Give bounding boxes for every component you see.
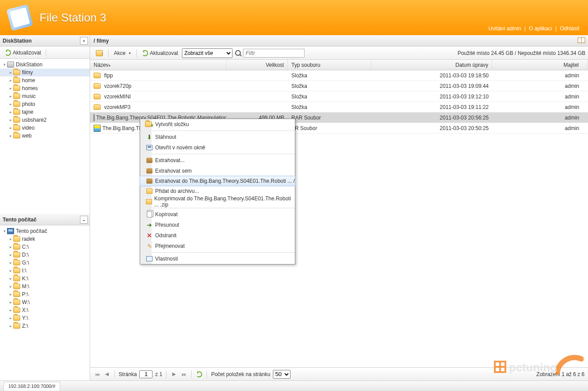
folder-icon [13, 252, 20, 257]
ctx-item[interactable]: Extrahovat do The.Big.Bang.Theory.S04E01… [140, 176, 295, 186]
about-link[interactable]: O aplikaci [529, 25, 552, 32]
tree-item-usbshare2[interactable]: usbshare2 [0, 116, 90, 124]
archive-icon [144, 188, 155, 194]
ctx-item[interactable]: ✎Přejmenovat [140, 241, 295, 251]
tree-item-filmy[interactable]: filmy [0, 69, 90, 76]
col-header-name[interactable]: Název [90, 60, 226, 70]
ctx-item[interactable]: Vlastnosti [140, 253, 295, 264]
app-header: File Station 3 Uvítání admin | O aplikac… [0, 0, 588, 35]
tree-item-video[interactable]: video [0, 124, 90, 132]
status-bar: 192.168.2.100:7000/# [0, 380, 588, 391]
archive-icon [144, 199, 154, 204]
folder-icon [13, 94, 20, 99]
last-page-button[interactable]: ⏭ [180, 371, 187, 378]
tree-item[interactable]: C:\ [0, 243, 90, 251]
status-address: 192.168.2.100:7000/# [4, 382, 60, 391]
folder-up-icon [96, 50, 103, 56]
grid-header: Název Velikost Typ souboru Datum úpravy … [90, 60, 588, 70]
ctx-item[interactable]: ⬇Stáhnout [140, 132, 295, 142]
folder-icon [13, 101, 20, 107]
ctx-item[interactable]: Otevřít v novém okně [140, 142, 295, 153]
folder-icon [13, 236, 20, 242]
tree-item[interactable]: G:\ [0, 259, 90, 267]
ctx-item[interactable]: Komprimovat do The.Big.Bang.Theory.S04E0… [140, 196, 295, 207]
current-path: / filmy [94, 38, 109, 44]
tree-item-home[interactable]: home [0, 76, 90, 84]
col-header-type[interactable]: Typ souboru [288, 60, 371, 70]
prev-page-button[interactable]: ◀ [103, 371, 110, 378]
main-toolbar: Akce Aktualizovat Zobrazit vše Použité m… [90, 47, 588, 60]
tree-item-tajne[interactable]: tajne [0, 108, 90, 116]
ctx-item[interactable]: Přidat do archivu... [140, 186, 295, 196]
extract-icon [144, 158, 155, 163]
refresh-icon [5, 50, 11, 56]
next-page-button[interactable]: ▶ [171, 371, 178, 378]
tree-item[interactable]: M:\ [0, 282, 90, 290]
book-icon[interactable] [577, 37, 585, 44]
col-header-date[interactable]: Datum úpravy [371, 60, 492, 70]
extract-icon [144, 168, 155, 174]
ctx-item[interactable]: +Vytvořit složku [140, 119, 295, 130]
actions-menu-button[interactable]: Akce [111, 49, 134, 58]
tree-item-music[interactable]: music [0, 92, 90, 100]
tree-root-computer[interactable]: Tento počítač [0, 227, 90, 235]
sidebar-tree-diskstation[interactable]: DiskStationfilmyhomehomesmusicphototajne… [0, 59, 90, 214]
tree-item-homes[interactable]: homes [0, 84, 90, 92]
extract-icon [144, 178, 155, 184]
welcome-link[interactable]: Uvítání admin [489, 25, 521, 32]
col-header-owner[interactable]: Majitel [492, 60, 588, 70]
toolbar-refresh-button[interactable]: Aktualizovat [139, 49, 181, 58]
page-size-select[interactable]: 50 [273, 370, 290, 379]
folder-icon [13, 125, 20, 130]
logout-link[interactable]: Odhlásit [560, 25, 579, 32]
table-row[interactable]: vzorekMP3Složka2011-03-03 19:11:22admin [90, 102, 588, 112]
sidebar-tree-computer[interactable]: Tento počítačradekC:\D:\G:\I:\K:\M:\P:\W… [0, 225, 90, 380]
collapse-bottom-button[interactable]: ⌄ [80, 216, 88, 224]
table-row[interactable]: vzorekMINISložka2011-03-03 19:12:10admin [90, 91, 588, 102]
per-page-label: Počet položek na stránku [211, 371, 270, 377]
context-menu[interactable]: +Vytvořit složku⬇StáhnoutOtevřít v novém… [140, 119, 295, 264]
ctx-item[interactable]: Extrahovat... [140, 155, 295, 166]
folder-icon [94, 105, 101, 110]
sidebar-bottom-header: Tento počítač ⌄ [0, 214, 90, 225]
folder-icon [13, 78, 20, 83]
up-folder-button[interactable] [93, 49, 106, 58]
tree-item[interactable]: I:\ [0, 267, 90, 275]
page-number-input[interactable] [139, 370, 152, 378]
folder-icon [13, 260, 20, 265]
filter-input[interactable] [243, 49, 305, 58]
tree-root-diskstation[interactable]: DiskStation [0, 61, 90, 69]
rar-icon [94, 114, 94, 121]
rar-icon [94, 125, 101, 132]
collapse-sidebar-button[interactable]: « [80, 37, 88, 45]
tree-item[interactable]: Z:\ [0, 322, 90, 330]
table-row[interactable]: vzorek720pSložka2011-03-03 19:09:44admin [90, 81, 588, 91]
col-header-size[interactable]: Velikost [226, 60, 288, 70]
folder-icon [13, 323, 20, 329]
sidebar-refresh-button[interactable]: Aktualizovat [2, 48, 44, 57]
folder-icon [13, 109, 20, 115]
download-icon: ⬇ [144, 134, 155, 141]
computer-icon [7, 228, 14, 234]
tree-item[interactable]: Y:\ [0, 314, 90, 322]
tree-item[interactable]: X:\ [0, 306, 90, 314]
folder-icon [13, 300, 20, 305]
tree-item-photo[interactable]: photo [0, 100, 90, 108]
first-page-button[interactable]: ⏮ [94, 371, 101, 378]
view-select[interactable]: Zobrazit vše [182, 48, 232, 58]
ctx-item[interactable]: Kopírovat [140, 209, 295, 220]
folder-icon [13, 117, 20, 123]
search-icon [235, 50, 241, 56]
ctx-item[interactable]: Extrahovat sem [140, 166, 295, 176]
refresh-page-button[interactable] [196, 371, 203, 378]
table-row[interactable]: ftppSložka2011-03-03 19:18:50admin [90, 70, 588, 81]
folder-icon [13, 284, 20, 289]
ctx-item[interactable]: ➜Přesunout [140, 220, 295, 230]
tree-item[interactable]: P:\ [0, 290, 90, 298]
tree-item[interactable]: D:\ [0, 251, 90, 259]
tree-item[interactable]: W:\ [0, 298, 90, 306]
tree-item-web[interactable]: web [0, 132, 90, 140]
tree-item[interactable]: K:\ [0, 275, 90, 282]
tree-item[interactable]: radek [0, 235, 90, 243]
ctx-item[interactable]: ✕Odstranit [140, 230, 295, 241]
